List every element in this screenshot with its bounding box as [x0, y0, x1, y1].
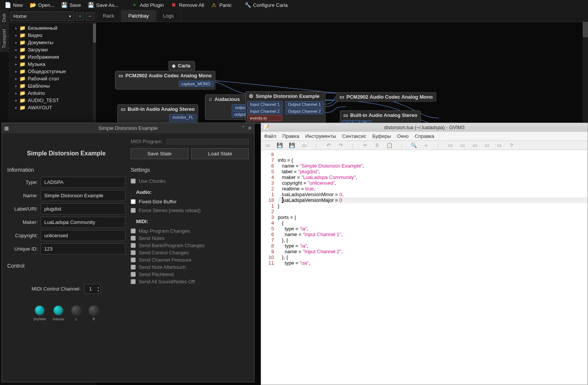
- knob-l[interactable]: L: [71, 305, 82, 321]
- add-plugin-button[interactable]: ＋Add Plugin: [128, 1, 167, 9]
- close-icon[interactable]: ✕: [248, 125, 252, 131]
- knob-volume[interactable]: Volume: [53, 305, 64, 321]
- save-icon[interactable]: 💾: [276, 142, 283, 148]
- findnext-icon[interactable]: »: [423, 142, 429, 148]
- print-icon[interactable]: ▭: [301, 142, 308, 148]
- port-out[interactable]: Output Channel 2: [285, 108, 324, 114]
- save-state-button[interactable]: Save State: [131, 148, 188, 159]
- help-icon[interactable]: ?: [508, 142, 515, 148]
- port-out[interactable]: Output Channel 1: [285, 101, 324, 107]
- chk-midi-opt[interactable]: Send Channel Pressure: [131, 257, 249, 263]
- script-icon[interactable]: ▭: [459, 142, 466, 148]
- menu-item[interactable]: Окно: [397, 133, 409, 139]
- paste-icon[interactable]: 📋: [386, 142, 393, 148]
- chk-midi-opt[interactable]: Send Pitchbend: [131, 272, 249, 277]
- chk-use-chunks[interactable]: Use Chunks: [131, 178, 249, 184]
- chk-midi-opt[interactable]: Send Control Changes: [131, 250, 249, 256]
- tree-item[interactable]: ▸📁Документы: [8, 39, 96, 46]
- remove-all-button[interactable]: ✖Remove All: [168, 1, 207, 9]
- spin-up-icon[interactable]: ▴: [96, 286, 101, 289]
- port-out[interactable]: monitor_FL: [169, 114, 196, 120]
- menu-item[interactable]: Синтаксис: [342, 133, 366, 139]
- field-uri[interactable]: plugdist: [41, 203, 125, 214]
- gvim-titlebar[interactable]: 📝 distorsion.lua (~/.lualadspa) - GVIM3: [261, 123, 588, 132]
- saveall-icon[interactable]: 💾: [288, 142, 295, 148]
- card-icon: ▭: [340, 94, 344, 100]
- node-distorsion[interactable]: ⚙Simple Distorsion Example Input Channel…: [245, 91, 325, 124]
- menu-item[interactable]: Справка: [415, 133, 434, 139]
- open-icon[interactable]: ▭: [264, 142, 271, 148]
- chk-force-stereo[interactable]: Force Stereo (needs reload): [131, 208, 249, 213]
- tags-icon[interactable]: ▭: [496, 142, 503, 148]
- copy-icon[interactable]: ⎘: [374, 142, 381, 148]
- chk-midi-opt[interactable]: Send Bank/Program Changes: [131, 243, 249, 248]
- field-name[interactable]: Simple Distorsion Example: [41, 190, 125, 201]
- midi-program-combo[interactable]: [166, 139, 249, 144]
- tab-patchbay[interactable]: Patchbay: [122, 10, 156, 22]
- tree-item[interactable]: ▸📁Шаблоны: [8, 82, 96, 89]
- chk-midi-opt[interactable]: Send All Sound/Notes Off: [131, 279, 249, 284]
- tree-item[interactable]: ▸📁Загрузки: [8, 46, 96, 53]
- field-copyright[interactable]: unlicensed: [41, 230, 125, 241]
- add-location-button[interactable]: +: [76, 12, 84, 21]
- new-button[interactable]: 📄New: [2, 1, 26, 9]
- save-button[interactable]: 💾Save: [58, 1, 84, 9]
- dialog-titlebar[interactable]: ▦ Simple Distorsion Example ˄ ✕: [2, 123, 254, 133]
- tab-logs[interactable]: Logs: [156, 10, 181, 22]
- knob-drywet[interactable]: Dry/Wet: [34, 305, 46, 321]
- node-carla[interactable]: ◈Carla: [168, 61, 195, 70]
- cut-icon[interactable]: ✂: [362, 142, 369, 148]
- make-icon[interactable]: ▭: [471, 142, 478, 148]
- session-icon[interactable]: ▭: [447, 142, 454, 148]
- chk-midi-opt[interactable]: Send Notes: [131, 235, 249, 241]
- node-pcm-in[interactable]: ▭PCM2902 Audio Codec Analog Mono capture…: [115, 71, 215, 89]
- find-icon[interactable]: 🔍: [410, 142, 417, 148]
- diamond-icon: ◈: [172, 63, 176, 69]
- knob-r[interactable]: R: [88, 305, 99, 321]
- tree-item[interactable]: ▸📁AUDIO_TEST: [8, 97, 96, 104]
- open-button[interactable]: 📂Open...: [27, 1, 58, 9]
- tree-item[interactable]: ▸📁Arduino: [8, 89, 96, 97]
- menu-item[interactable]: Файл: [264, 133, 276, 139]
- load-state-button[interactable]: Load State: [191, 148, 249, 159]
- spin-down-icon[interactable]: ▾: [96, 289, 101, 292]
- undo-icon[interactable]: ↶: [325, 142, 332, 148]
- tree-item[interactable]: ▸📁Изображения: [8, 53, 96, 61]
- chevron-down-icon: ▾: [69, 14, 71, 18]
- chk-midi-opt[interactable]: Send Note Aftertouch: [131, 264, 249, 270]
- saveas-button[interactable]: 💾Save As...: [85, 1, 122, 9]
- remove-location-button[interactable]: −: [86, 12, 94, 21]
- rollup-icon[interactable]: ˄: [242, 125, 245, 131]
- gvim-window: 📝 distorsion.lua (~/.lualadspa) - GVIM3 …: [261, 123, 588, 385]
- chk-midi-opt[interactable]: Map Program Changes: [131, 228, 249, 234]
- tree-item[interactable]: ▸📁Общедоступные: [8, 68, 96, 75]
- transport-tab[interactable]: Transport: [0, 26, 8, 52]
- tab-rack[interactable]: Rack: [96, 10, 122, 22]
- menu-item[interactable]: Правка: [282, 133, 299, 139]
- redo-icon[interactable]: ↷: [337, 142, 344, 148]
- configure-button[interactable]: 🔧Configure Carla: [242, 1, 291, 9]
- card-icon: ▭: [121, 106, 125, 112]
- field-maker[interactable]: LuaLadspa Community: [41, 217, 125, 228]
- editor-area[interactable]: 87info = {6 name = "Simple Distorsion Ex…: [261, 150, 588, 385]
- port-in[interactable]: Input Channel 2: [247, 108, 282, 114]
- disk-tab[interactable]: Disk: [0, 10, 8, 26]
- panic-button[interactable]: ⚠Panic: [208, 1, 235, 9]
- port-out[interactable]: capture_MONO: [179, 81, 213, 87]
- tree-item[interactable]: ▸📁Безымянный: [8, 24, 96, 32]
- location-combo[interactable]: Home▾: [10, 11, 74, 21]
- port-events[interactable]: events-in: [247, 115, 282, 121]
- shell-icon[interactable]: ▭: [484, 142, 490, 148]
- chk-fixed-buffer[interactable]: Fixed-Size Buffer: [131, 199, 249, 204]
- tree-item[interactable]: ▸📁Музыка: [8, 61, 96, 68]
- node-pcm-out[interactable]: ▭PCM2902 Audio Codec Analog Mono: [336, 92, 436, 102]
- field-uid[interactable]: 123: [41, 243, 125, 254]
- menu-item[interactable]: Буферы: [372, 133, 391, 139]
- midi-channel-spinner[interactable]: ▴▾: [84, 284, 101, 294]
- field-type[interactable]: LADSPA: [41, 177, 125, 188]
- port-in[interactable]: Input Channel 1: [247, 101, 282, 107]
- tree-item[interactable]: ▸📁AWAYOUT: [8, 104, 96, 111]
- tree-item[interactable]: ▸📁Рабочий стол: [8, 75, 96, 82]
- tree-item[interactable]: ▸📁Видео: [8, 32, 96, 39]
- menu-item[interactable]: Инструменты: [305, 133, 336, 139]
